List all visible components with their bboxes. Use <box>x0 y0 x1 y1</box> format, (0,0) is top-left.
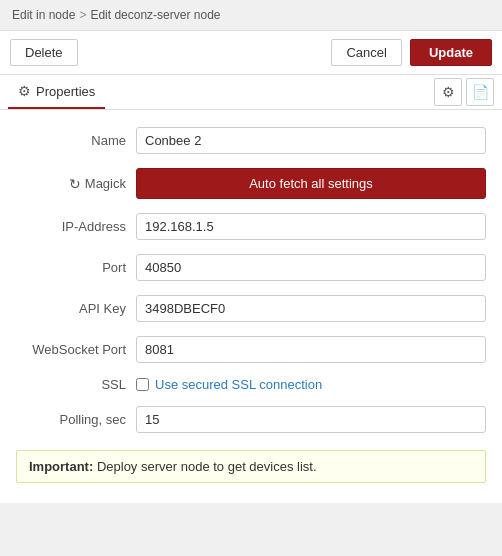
breadcrumb-part2: Edit deconz-server node <box>90 8 220 22</box>
delete-button[interactable]: Delete <box>10 39 78 66</box>
api-key-input[interactable] <box>136 295 486 322</box>
port-input[interactable] <box>136 254 486 281</box>
ws-port-row: WebSocket Port <box>0 329 502 370</box>
polling-row: Polling, sec <box>0 399 502 440</box>
ssl-label: SSL <box>16 377 126 392</box>
doc-icon-btn[interactable]: 📄 <box>466 78 494 106</box>
name-row: Name <box>0 120 502 161</box>
banner-message: Deploy server node to get devices list. <box>93 459 316 474</box>
ssl-row: SSL Use secured SSL connection <box>0 370 502 399</box>
api-key-row: API Key <box>0 288 502 329</box>
settings-icon-btn[interactable]: ⚙ <box>434 78 462 106</box>
port-label: Port <box>16 260 126 275</box>
ssl-checkbox-label: Use secured SSL connection <box>155 377 322 392</box>
update-button[interactable]: Update <box>410 39 492 66</box>
ssl-checkbox[interactable] <box>136 378 149 391</box>
magick-label: ↻ Magick <box>16 176 126 192</box>
toolbar: Delete Cancel Update <box>0 31 502 75</box>
polling-label: Polling, sec <box>16 412 126 427</box>
breadcrumb-part1: Edit in node <box>12 8 75 22</box>
banner-bold: Important: <box>29 459 93 474</box>
tabs-bar: ⚙ Properties ⚙ 📄 <box>0 75 502 110</box>
magick-label-text: Magick <box>85 176 126 191</box>
ws-port-input[interactable] <box>136 336 486 363</box>
tab-properties-label: Properties <box>36 84 95 99</box>
gear-icon: ⚙ <box>442 84 455 100</box>
cancel-button[interactable]: Cancel <box>331 39 401 66</box>
polling-input[interactable] <box>136 406 486 433</box>
name-input[interactable] <box>136 127 486 154</box>
breadcrumb-separator: > <box>79 8 86 22</box>
gear-tab-icon: ⚙ <box>18 83 31 99</box>
ip-input[interactable] <box>136 213 486 240</box>
tab-properties[interactable]: ⚙ Properties <box>8 75 105 109</box>
magick-row: ↻ Magick Auto fetch all settings <box>0 161 502 206</box>
auto-fetch-button[interactable]: Auto fetch all settings <box>136 168 486 199</box>
ip-row: IP-Address <box>0 206 502 247</box>
tabs-left: ⚙ Properties <box>8 75 105 109</box>
doc-icon: 📄 <box>472 84 489 100</box>
refresh-icon: ↻ <box>69 176 81 192</box>
ws-port-label: WebSocket Port <box>16 342 126 357</box>
toolbar-right: Cancel Update <box>331 39 492 66</box>
tabs-right: ⚙ 📄 <box>434 78 494 106</box>
breadcrumb: Edit in node > Edit deconz-server node <box>0 0 502 31</box>
form-content: Name ↻ Magick Auto fetch all settings IP… <box>0 110 502 503</box>
name-label: Name <box>16 133 126 148</box>
port-row: Port <box>0 247 502 288</box>
ssl-content: Use secured SSL connection <box>136 377 486 392</box>
important-banner: Important: Deploy server node to get dev… <box>16 450 486 483</box>
ip-label: IP-Address <box>16 219 126 234</box>
api-key-label: API Key <box>16 301 126 316</box>
